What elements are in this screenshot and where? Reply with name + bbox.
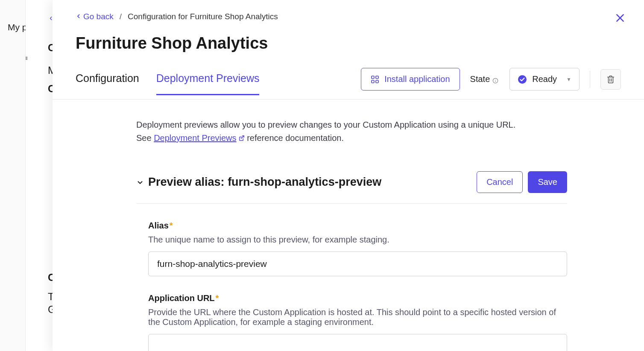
- section-title-wrap[interactable]: Preview alias: furn-shop-analytics-previ…: [136, 176, 381, 189]
- grid-icon: [371, 75, 379, 84]
- alias-help: The unique name to assign to this previe…: [148, 235, 567, 245]
- state-value: Ready: [532, 74, 557, 84]
- background-my-label: My p: [8, 22, 27, 32]
- chevron-down-icon: [136, 178, 144, 186]
- section-actions: Cancel Save: [477, 171, 567, 193]
- trash-icon: [606, 75, 615, 84]
- breadcrumb-separator: /: [120, 12, 122, 21]
- go-back-label: Go back: [83, 12, 114, 21]
- state-label: State: [470, 74, 500, 84]
- state-select[interactable]: Ready ▼: [509, 68, 580, 91]
- background-partial-column: ‹ C M C C T G ≣: [26, 0, 53, 351]
- alias-label: Alias*: [148, 221, 567, 231]
- chevron-down-icon: ▼: [566, 76, 571, 82]
- content: Deployment previews allow you to preview…: [53, 99, 644, 351]
- state-label-text: State: [470, 74, 490, 84]
- field-app-url: Application URL* Provide the URL where t…: [136, 293, 567, 351]
- svg-rect-2: [372, 76, 374, 79]
- list-icon: ≣: [26, 54, 28, 61]
- desc-line2-suffix: reference documentation.: [245, 133, 344, 143]
- app-url-label: Application URL*: [148, 293, 567, 303]
- link-text: Deployment Previews: [154, 133, 236, 143]
- chevron-left-icon: [76, 12, 82, 21]
- tab-deployment-previews[interactable]: Deployment Previews: [156, 72, 260, 95]
- tab-row: Configuration Deployment Previews Instal…: [53, 53, 644, 99]
- info-icon[interactable]: [492, 76, 499, 83]
- required-mark: *: [170, 221, 173, 230]
- breadcrumb-current: Configuration for Furniture Shop Analyti…: [128, 12, 278, 21]
- background-sidebar: My p: [0, 0, 26, 351]
- desc-line2-prefix: See: [136, 133, 154, 143]
- svg-rect-3: [376, 76, 378, 79]
- tab-actions: Install application State: [361, 68, 621, 99]
- bg-char: T: [48, 291, 53, 303]
- chevron-left-icon: ‹: [50, 13, 53, 23]
- save-button[interactable]: Save: [528, 171, 567, 193]
- bg-char: C: [48, 83, 53, 95]
- description: Deployment previews allow you to preview…: [136, 118, 567, 145]
- bg-char: M: [48, 64, 53, 76]
- bg-char: C: [48, 272, 53, 284]
- close-button[interactable]: [614, 12, 626, 24]
- bg-char: G: [48, 304, 53, 316]
- cancel-button[interactable]: Cancel: [477, 171, 523, 193]
- external-link-icon: [238, 132, 245, 138]
- section-title-value: furn-shop-analytics-preview: [228, 176, 381, 188]
- section-title: Preview alias: furn-shop-analytics-previ…: [148, 176, 381, 189]
- tabs: Configuration Deployment Previews: [76, 72, 361, 95]
- svg-point-8: [495, 79, 496, 79]
- alias-label-text: Alias: [148, 221, 169, 230]
- desc-line1: Deployment previews allow you to preview…: [136, 120, 515, 129]
- modal-panel: Go back / Configuration for Furniture Sh…: [53, 0, 644, 351]
- deployment-previews-link[interactable]: Deployment Previews: [154, 133, 244, 143]
- breadcrumb: Go back / Configuration for Furniture Sh…: [53, 0, 644, 21]
- tab-configuration[interactable]: Configuration: [76, 72, 139, 95]
- install-application-button[interactable]: Install application: [361, 68, 460, 91]
- section-title-prefix: Preview alias:: [148, 176, 228, 188]
- section-header: Preview alias: furn-shop-analytics-previ…: [136, 171, 567, 204]
- page-title: Furniture Shop Analytics: [53, 21, 644, 53]
- delete-button[interactable]: [600, 69, 621, 90]
- required-mark: *: [216, 293, 219, 303]
- app-url-help: Provide the URL where the Custom Applica…: [148, 307, 567, 327]
- svg-rect-4: [372, 80, 374, 83]
- bg-char: C: [48, 42, 53, 54]
- divider: [590, 71, 590, 88]
- alias-input[interactable]: [148, 252, 567, 276]
- svg-rect-5: [376, 80, 378, 83]
- go-back-link[interactable]: Go back: [76, 12, 114, 21]
- check-circle-icon: [518, 75, 527, 84]
- close-icon: [615, 12, 626, 23]
- app-url-input[interactable]: [148, 334, 567, 351]
- field-alias: Alias* The unique name to assign to this…: [136, 221, 567, 276]
- app-url-label-text: Application URL: [148, 293, 215, 303]
- install-label: Install application: [384, 74, 450, 84]
